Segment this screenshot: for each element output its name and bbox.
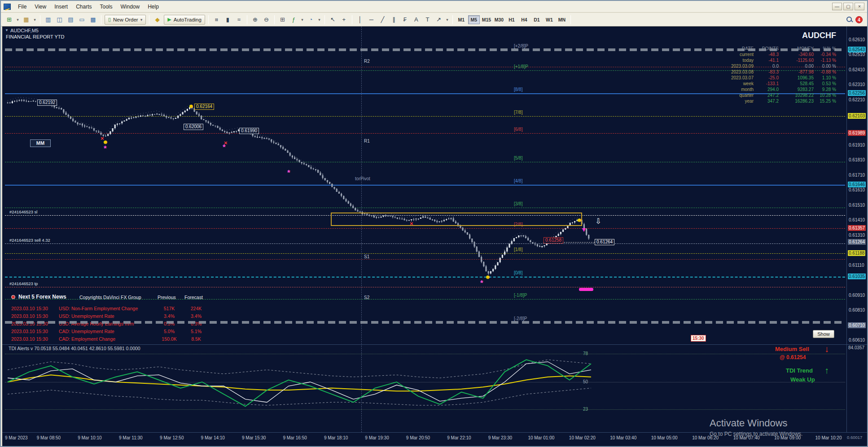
murrey-band-line	[5, 48, 845, 51]
chevron-down-icon[interactable]: ▾	[317, 15, 322, 25]
time-tick: 9 Mar 23:30	[488, 435, 512, 440]
time-tick: 9 Mar 08:50	[37, 435, 61, 440]
take-profit-label[interactable]: #241646523 tp	[9, 281, 38, 286]
timeframe-button-m15[interactable]: M15	[481, 15, 492, 24]
menu-item-view[interactable]: View	[31, 2, 50, 11]
new-order-button-icon: ▯	[108, 17, 111, 22]
news-row-previous: 3.4%	[158, 313, 181, 319]
show-button[interactable]: Show	[813, 330, 834, 338]
menu-item-file[interactable]: File	[14, 2, 30, 11]
report-row: 2023.03.08-83.3-877.98-0.88 %	[719, 69, 837, 75]
timeframe-button-m5[interactable]: M5	[468, 15, 480, 24]
tdi-separator	[2, 344, 868, 345]
toolbar-separator	[274, 15, 275, 24]
minimize-button[interactable]: —	[832, 3, 842, 10]
timeframe-button-m30[interactable]: M30	[493, 15, 505, 24]
activate-watermark-line2: Go to PC settings to activate Windows.	[710, 431, 802, 437]
market-watch-button[interactable]: ▥	[43, 15, 53, 25]
star-marker: *	[104, 144, 107, 153]
period-button[interactable]: ◔	[306, 15, 316, 25]
tdi-level-line	[5, 382, 845, 382]
news-row-forecast: 3.4%	[184, 313, 208, 319]
chevron-down-icon[interactable]: ▾	[300, 15, 305, 25]
strategy-tester-button[interactable]: ▩	[88, 15, 98, 25]
toolbar-separator	[101, 15, 101, 24]
close-button[interactable]: ×	[855, 3, 864, 10]
zoom-in-button[interactable]: ⊕	[250, 15, 260, 25]
timeframe-button-mn[interactable]: MN	[556, 15, 568, 24]
trendline-button[interactable]: ╱	[377, 15, 388, 25]
news-row-desc: CAD: Unemployment Rate	[59, 329, 114, 334]
search-icon[interactable]	[846, 16, 853, 23]
timeframe-button-d1[interactable]: D1	[531, 15, 543, 24]
autotrading-button[interactable]: ▶AutoTrading	[164, 15, 205, 25]
mt4-window: FileViewInsertChartsToolsWindowHelp —▢× …	[0, 0, 868, 447]
navigator-button[interactable]: ▤	[66, 15, 76, 25]
chevron-down-icon[interactable]: ▾	[32, 15, 37, 25]
timeframe-button-w1[interactable]: W1	[544, 15, 555, 24]
oarrow-marker: ⇩	[595, 217, 601, 226]
mm-button[interactable]: MM	[30, 139, 51, 147]
report-cell: 10298.22	[779, 92, 814, 98]
new-chart-button[interactable]: ⊞	[4, 15, 14, 25]
consolidation-box	[331, 213, 582, 226]
zoom-out-button[interactable]: ⊖	[261, 15, 272, 25]
sell-position-label[interactable]: #241646523 sell 4.32	[9, 238, 50, 243]
timeframe-button-h4[interactable]: H4	[518, 15, 530, 24]
label-button[interactable]: T	[422, 15, 433, 25]
timeframe-button-m1[interactable]: M1	[456, 15, 467, 24]
price-tick: 0.62310	[849, 82, 865, 87]
report-row: week-133.1528.450.53 %	[719, 81, 837, 87]
menu-item-charts[interactable]: Charts	[72, 2, 95, 11]
cursor-button[interactable]: ↖	[328, 15, 338, 25]
smiley-marker: ☻	[188, 103, 194, 109]
chart-candles-button[interactable]: ▮	[223, 15, 233, 25]
timeframe-button-h1[interactable]: H1	[506, 15, 517, 24]
chart-area[interactable]: ▼ AUDCHF,M5 FINANCIAL REPORT YTD AUDCHF …	[2, 26, 868, 447]
fibonacci-button[interactable]: ₣	[400, 15, 410, 25]
new-order-button[interactable]: ▯New Order▾	[105, 15, 146, 25]
toolbar-separator	[247, 15, 247, 24]
news-row-time: 2023.03.10 15:30	[11, 306, 48, 311]
menu-item-tools[interactable]: Tools	[96, 2, 116, 11]
arrow-tool-button[interactable]: ↗	[434, 15, 444, 25]
chart-bars-button[interactable]: ≡	[211, 14, 221, 25]
terminal-button[interactable]: ▭	[77, 15, 87, 25]
chevron-down-icon: ▾	[140, 17, 143, 22]
collapse-icon[interactable]: ▼	[5, 28, 9, 32]
stop-loss-label[interactable]: #241646523 sl	[9, 209, 37, 214]
tile-windows-button[interactable]: ⊞	[277, 15, 288, 25]
take-profit-line[interactable]	[5, 287, 845, 287]
report-cell: 2023.03.07	[719, 75, 754, 81]
sell-position-line[interactable]	[5, 243, 845, 244]
pivot-line	[5, 259, 845, 260]
vertical-line-button[interactable]: │	[355, 15, 365, 25]
restore-button[interactable]: ▢	[843, 3, 853, 10]
price-tick: 0.61610	[849, 187, 865, 192]
report-row: 2023.03.07-25.01096.351.10 %	[719, 75, 837, 81]
horizontal-line-button[interactable]: ─	[366, 15, 377, 25]
chevron-down-icon[interactable]: ▾	[15, 15, 20, 25]
chevron-down-icon[interactable]: ▾	[445, 15, 450, 25]
price-scale[interactable]: 0.626100.625100.624100.623100.622100.619…	[846, 26, 868, 432]
data-window-button[interactable]: ◫	[54, 15, 65, 25]
menu-item-window[interactable]: Window	[117, 2, 144, 11]
murrey-label: [+1/8]P	[514, 64, 528, 69]
menu-item-insert[interactable]: Insert	[51, 2, 71, 11]
indicators-button[interactable]: ƒ	[289, 15, 299, 25]
menu-item-help[interactable]: Help	[144, 2, 162, 11]
chart-line-button[interactable]: ≈	[234, 15, 244, 25]
notification-badge[interactable]: 4	[855, 16, 863, 23]
signal-medium-sell: Medium Sell	[775, 346, 809, 352]
text-button[interactable]: A	[411, 15, 421, 25]
toolbar-separator	[40, 15, 40, 24]
toolbar-separator	[149, 15, 149, 24]
crosshair-button[interactable]: +	[339, 15, 349, 25]
price-flag-label: 0.61258	[544, 237, 563, 243]
channel-button[interactable]: ∥	[389, 15, 399, 25]
price-flag-label: 0.62192	[37, 100, 57, 106]
murrey-line	[5, 228, 845, 229]
price-highlight-cyan: 0.62256	[848, 90, 866, 96]
metaeditor-button[interactable]: ◆	[152, 15, 162, 25]
profiles-button[interactable]: ▦	[21, 15, 31, 25]
